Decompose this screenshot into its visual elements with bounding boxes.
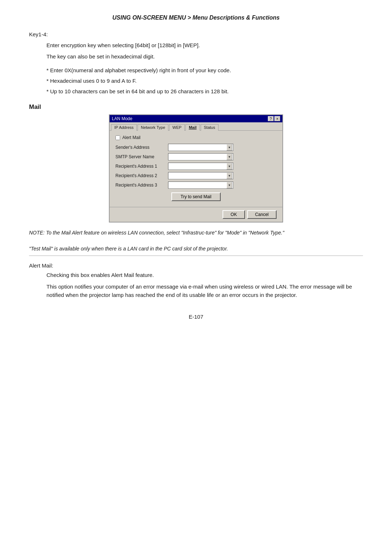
tab-mail[interactable]: Mail [185, 124, 200, 131]
close-button[interactable]: × [274, 116, 280, 121]
tab-network-type[interactable]: Network Type [138, 124, 168, 131]
alert-mail-checkbox[interactable] [115, 135, 120, 140]
key-bullet1: * Enter 0X(numeral and alphabet respecti… [46, 66, 363, 74]
recipient1-input[interactable]: ▼ [168, 163, 233, 170]
key-line2: The key can also be set in hexadecimal d… [46, 52, 363, 61]
recipient1-dropdown-icon[interactable]: ▼ [226, 163, 232, 170]
senders-address-input[interactable]: ▼ [168, 144, 233, 151]
recipient1-label: Recipient's Address 1 [115, 164, 168, 169]
alert-mail-label: Alert Mail [122, 135, 140, 140]
senders-address-label: Sender's Address [115, 145, 168, 150]
recipient2-field[interactable] [169, 172, 226, 179]
tab-ip-address[interactable]: IP Address [111, 124, 137, 131]
dialog-tabs: IP Address Network Type WEP Mail Status [110, 122, 282, 130]
titlebar-buttons: ? × [268, 116, 280, 121]
recipient2-row: Recipient's Address 2 ▼ [115, 172, 277, 179]
alert-mail-line1: Checking this box enables Alert Mail fea… [46, 271, 363, 279]
alert-mail-row: Alert Mail [115, 135, 277, 140]
dialog-box: LAN Mode ? × IP Address Network Type WEP… [109, 114, 283, 223]
tab-wep[interactable]: WEP [169, 124, 185, 131]
senders-address-dropdown-icon[interactable]: ▼ [226, 144, 232, 151]
key-label: Key1-4: [29, 31, 363, 37]
smtp-server-label: SMTP Server Name [115, 154, 168, 159]
recipient3-label: Recipient's Address 3 [115, 183, 168, 188]
try-send-mail-button[interactable]: Try to send Mail [171, 192, 221, 201]
header-text: USING ON-SCREEN MENU > Menu Descriptions… [113, 15, 280, 21]
dialog-footer: OK Cancel [110, 207, 282, 222]
ok-button[interactable]: OK [222, 210, 245, 219]
smtp-dropdown-icon[interactable]: ▼ [226, 154, 232, 160]
recipient1-row: Recipient's Address 1 ▼ [115, 163, 277, 170]
tab-status[interactable]: Status [201, 124, 219, 131]
dialog-title: LAN Mode [112, 116, 132, 121]
page-number: E-107 [29, 314, 363, 320]
recipient2-input[interactable]: ▼ [168, 172, 233, 179]
mail-section-title: Mail [29, 103, 363, 111]
smtp-server-row: SMTP Server Name ▼ [115, 153, 277, 160]
alert-mail-line2: This option notifies your computer of an… [46, 282, 363, 299]
smtp-server-input[interactable]: ▼ [168, 153, 233, 160]
cancel-button[interactable]: Cancel [247, 210, 277, 219]
senders-address-field[interactable] [169, 144, 226, 151]
help-button[interactable]: ? [268, 116, 274, 121]
recipient3-dropdown-icon[interactable]: ▼ [226, 182, 232, 188]
note1: NOTE: To the Mail Alert feature on wirel… [29, 229, 363, 256]
lan-mode-dialog: LAN Mode ? × IP Address Network Type WEP… [109, 114, 283, 223]
recipient3-row: Recipient's Address 3 ▼ [115, 181, 277, 189]
page-header: USING ON-SCREEN MENU > Menu Descriptions… [29, 15, 363, 21]
recipient3-input[interactable]: ▼ [168, 181, 233, 189]
dialog-titlebar: LAN Mode ? × [110, 115, 282, 122]
senders-address-row: Sender's Address ▼ [115, 144, 277, 151]
recipient2-dropdown-icon[interactable]: ▼ [226, 172, 232, 179]
key-bullet3: * Up to 10 characters can be set in 64 b… [46, 87, 363, 95]
recipient3-field[interactable] [169, 182, 226, 188]
dialog-content: Alert Mail Sender's Address ▼ SMTP Serve… [110, 130, 282, 207]
recipient1-field[interactable] [169, 163, 226, 170]
key-bullet2: * Hexadecimal uses 0 to 9 and A to F. [46, 77, 363, 85]
key-line1: Enter encryption key when selecting [64b… [46, 41, 363, 49]
smtp-server-field[interactable] [169, 154, 226, 160]
recipient2-label: Recipient's Address 2 [115, 173, 168, 178]
alert-mail-subsection-title: Alert Mail: [29, 262, 363, 269]
